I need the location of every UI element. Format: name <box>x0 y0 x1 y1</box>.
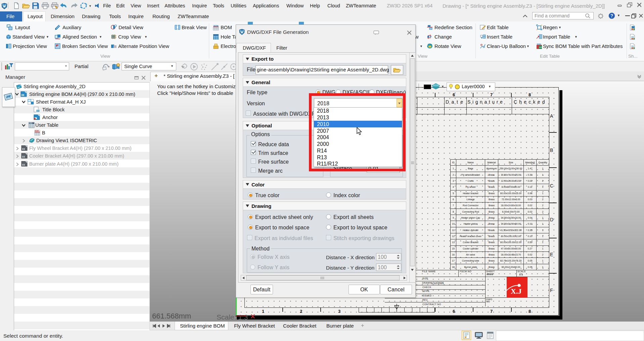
svg-text:BOM: BOM <box>35 130 39 132</box>
svg-text:?: ? <box>610 13 613 18</box>
svg-text:AAA: AAA <box>29 122 32 124</box>
svg-text:BOM: BOM <box>214 25 218 27</box>
svg-text:X.J: X.J <box>511 287 521 295</box>
svg-text:BOM: BOM <box>537 43 541 45</box>
